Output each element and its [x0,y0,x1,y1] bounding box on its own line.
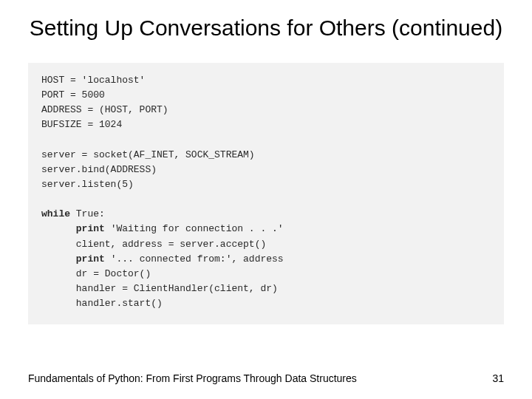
code-blank [41,192,491,207]
page-number: 31 [492,372,504,384]
code-block: HOST = 'localhost' PORT = 5000 ADDRESS =… [28,63,504,324]
code-line: PORT = 5000 [41,88,491,103]
code-line: handler.start() [41,296,491,311]
code-line: handler = ClientHandler(client, dr) [41,282,491,296]
code-text: , address [231,253,283,265]
footer-text: Fundamentals of Python: From First Progr… [28,372,357,384]
code-keyword: while [41,208,70,219]
code-string: '... connected from:' [111,253,232,265]
slide-title: Setting Up Conversations for Others (con… [0,0,532,42]
code-keyword: print [41,253,111,265]
code-line: print 'Waiting for connection . . .' [41,222,491,236]
code-string: 'localhost' [82,75,146,86]
code-line: client, address = server.accept() [41,237,491,252]
code-line: server.bind(ADDRESS) [41,163,491,177]
code-line: ADDRESS = (HOST, PORT) [41,103,491,117]
code-line: BUFSIZE = 1024 [41,117,491,132]
code-line: server.listen(5) [41,177,491,192]
slide-footer: Fundamentals of Python: From First Progr… [28,372,504,384]
code-line: print '... connected from:', address [41,252,491,267]
code-line: HOST = 'localhost' [41,73,491,88]
code-line: dr = Doctor() [41,267,491,282]
code-text: True: [70,208,105,219]
code-keyword: print [41,223,111,234]
code-blank [41,133,491,148]
code-line: while True: [41,207,491,222]
code-text: HOST = [41,75,82,86]
code-string: 'Waiting for connection . . .' [111,223,284,234]
code-line: server = socket(AF_INET, SOCK_STREAM) [41,148,491,163]
